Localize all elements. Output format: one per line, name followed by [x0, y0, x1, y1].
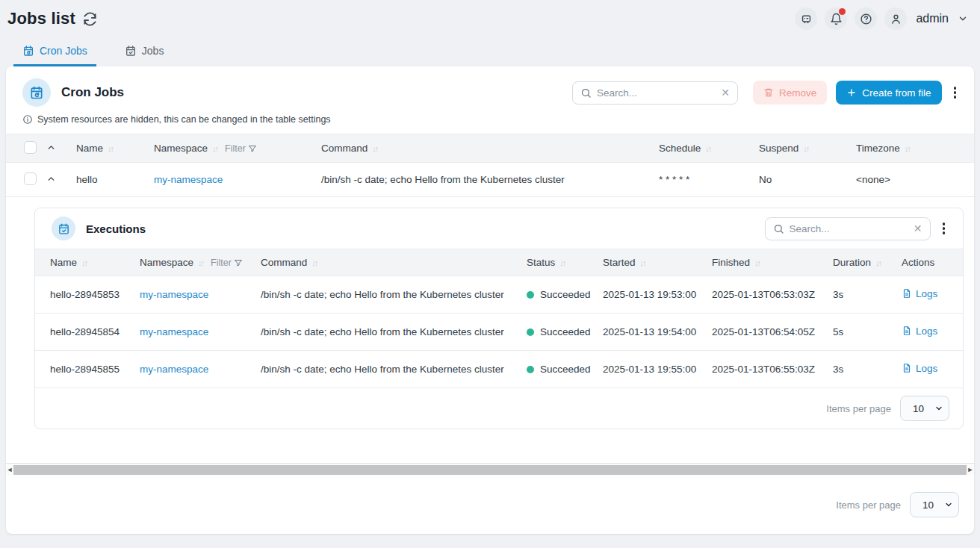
- exec-namespace-link[interactable]: my-namespace: [140, 364, 208, 375]
- cron-table-header-row: Name↓↑ Namespace↓↑Filter Command↓↑ Sched…: [6, 134, 974, 163]
- col-exec-duration[interactable]: Duration↓↑: [828, 249, 897, 276]
- cron-suspend-cell: No: [754, 163, 852, 197]
- col-name[interactable]: Name↓↑: [72, 134, 149, 163]
- exec-command-cell: /bin/sh -c date; echo Hello from the Kub…: [256, 351, 522, 388]
- sort-icon[interactable]: ↓↑: [875, 258, 881, 267]
- exec-namespace-link[interactable]: my-namespace: [140, 326, 208, 337]
- col-exec-finished[interactable]: Finished↓↑: [707, 249, 828, 276]
- filter-funnel-icon[interactable]: [248, 144, 257, 153]
- execution-row[interactable]: hello-28945853 my-namespace /bin/sh -c d…: [35, 276, 963, 314]
- scroll-right-arrow-icon[interactable]: ►: [967, 467, 974, 473]
- sort-icon[interactable]: ↓↑: [81, 258, 87, 267]
- refresh-icon[interactable]: [83, 12, 97, 26]
- cron-timezone-cell: <none>: [852, 163, 974, 197]
- sort-icon[interactable]: ↓↑: [311, 258, 317, 267]
- col-schedule[interactable]: Schedule↓↑: [654, 134, 754, 163]
- cron-panel-menu-icon[interactable]: [949, 85, 961, 100]
- user-avatar-icon[interactable]: [884, 7, 907, 30]
- col-exec-actions: Actions: [897, 249, 963, 276]
- create-from-file-button[interactable]: Create from file: [836, 81, 941, 105]
- executions-search-box: ✕: [765, 217, 931, 240]
- exec-finished-cell: 2025-01-13T06:53:03Z: [707, 276, 828, 314]
- user-menu-chevron-icon[interactable]: [958, 13, 968, 24]
- col-timezone[interactable]: Timezone↓↑: [852, 134, 974, 163]
- logs-doc-icon: [902, 288, 912, 299]
- cron-command-cell: /bin/sh -c date; echo Hello from the Kub…: [317, 163, 654, 197]
- remove-button[interactable]: Remove: [753, 81, 827, 105]
- cron-name-cell: hello: [72, 163, 149, 197]
- namespace-filter-label[interactable]: Filter: [211, 258, 232, 268]
- scroll-left-arrow-icon[interactable]: ◄: [6, 467, 13, 473]
- exec-started-cell: 2025-01-13 19:55:00: [598, 351, 707, 388]
- scrollbar-thumb[interactable]: [13, 465, 967, 475]
- cron-items-per-page-select[interactable]: 10: [910, 492, 959, 517]
- cron-search-clear-icon[interactable]: ✕: [719, 87, 731, 99]
- sort-icon[interactable]: ↓↑: [559, 258, 565, 267]
- cronjob-panel-icon: [22, 78, 51, 107]
- cron-schedule-cell: * * * * *: [654, 163, 754, 197]
- sort-icon[interactable]: ↓↑: [640, 258, 645, 267]
- col-exec-status[interactable]: Status↓↑: [522, 249, 598, 276]
- exec-name-cell: hello-28945853: [35, 276, 135, 314]
- executions-search-clear-icon[interactable]: ✕: [912, 222, 924, 234]
- sort-icon[interactable]: ↓↑: [803, 144, 808, 153]
- exec-namespace-link[interactable]: my-namespace: [140, 289, 208, 300]
- col-exec-namespace[interactable]: Namespace↓↑Filter: [135, 249, 256, 276]
- namespace-filter-label[interactable]: Filter: [225, 143, 246, 154]
- panel-title: Cron Jobs: [61, 85, 124, 100]
- help-icon[interactable]: [855, 7, 877, 30]
- collapse-all-chevron-icon[interactable]: [46, 143, 56, 152]
- exec-duration-cell: 3s: [828, 276, 897, 314]
- cron-search-input[interactable]: [597, 87, 719, 99]
- sort-icon[interactable]: ↓↑: [754, 258, 760, 267]
- assistant-icon[interactable]: [795, 7, 817, 30]
- col-exec-started[interactable]: Started↓↑: [598, 249, 707, 276]
- col-exec-command[interactable]: Command↓↑: [256, 249, 522, 276]
- col-suspend[interactable]: Suspend↓↑: [754, 134, 852, 163]
- logs-doc-icon: [902, 326, 912, 336]
- execution-row[interactable]: hello-28945855 my-namespace /bin/sh -c d…: [35, 351, 963, 388]
- executions-search-input[interactable]: [790, 223, 912, 234]
- col-exec-name[interactable]: Name↓↑: [35, 249, 135, 276]
- sort-icon[interactable]: ↓↑: [705, 144, 710, 153]
- executions-header: Executions ✕: [35, 208, 963, 249]
- cron-jobs-card: Cron Jobs ✕ Remove Create from file Syst…: [6, 66, 974, 534]
- exec-started-cell: 2025-01-13 19:54:00: [598, 314, 707, 351]
- collapse-row-chevron-icon[interactable]: [46, 174, 56, 184]
- executions-panel: Executions ✕ Name↓↑ Namespace↓↑Filter Co…: [34, 208, 964, 429]
- logs-doc-icon: [902, 363, 912, 373]
- col-namespace[interactable]: Namespace↓↑Filter: [149, 134, 317, 163]
- logs-link[interactable]: Logs: [902, 363, 937, 374]
- cron-job-row[interactable]: hello my-namespace /bin/sh -c date; echo…: [6, 163, 974, 197]
- page-title: Jobs list: [7, 9, 75, 28]
- logs-link[interactable]: Logs: [902, 288, 937, 299]
- filter-funnel-icon[interactable]: [234, 258, 243, 267]
- tab-cron-jobs[interactable]: Cron Jobs: [13, 42, 96, 66]
- executions-menu-icon[interactable]: [938, 221, 950, 236]
- col-command[interactable]: Command↓↑: [317, 134, 654, 163]
- tab-bar: Cron Jobs Jobs: [13, 42, 980, 66]
- execution-row[interactable]: hello-28945854 my-namespace /bin/sh -c d…: [35, 314, 963, 351]
- row-checkbox[interactable]: [24, 172, 37, 185]
- executions-items-per-page-select[interactable]: 10: [900, 396, 949, 421]
- sort-icon[interactable]: ↓↑: [905, 144, 910, 153]
- sort-icon[interactable]: ↓↑: [198, 258, 203, 267]
- remove-button-label: Remove: [779, 87, 816, 99]
- executions-table: Name↓↑ Namespace↓↑Filter Command↓↑ Statu…: [35, 249, 963, 388]
- sort-icon[interactable]: ↓↑: [212, 144, 217, 153]
- sort-icon[interactable]: ↓↑: [108, 144, 113, 153]
- notifications-bell-icon[interactable]: [825, 7, 847, 30]
- status-success-dot: [527, 366, 534, 373]
- exec-name-cell: hello-28945854: [35, 314, 135, 351]
- table-info-text: System resources are hidden, this can be…: [37, 114, 331, 125]
- tab-jobs[interactable]: Jobs: [116, 42, 173, 66]
- logs-link[interactable]: Logs: [902, 326, 937, 337]
- cron-jobs-pagination: Items per page 10: [6, 486, 974, 523]
- cron-namespace-link[interactable]: my-namespace: [154, 174, 223, 185]
- create-from-file-label: Create from file: [862, 87, 931, 99]
- select-all-checkbox[interactable]: [24, 141, 37, 154]
- horizontal-scrollbar[interactable]: ◄ ►: [6, 463, 974, 476]
- username: admin: [916, 12, 949, 25]
- exec-duration-cell: 5s: [828, 314, 897, 351]
- sort-icon[interactable]: ↓↑: [372, 144, 377, 153]
